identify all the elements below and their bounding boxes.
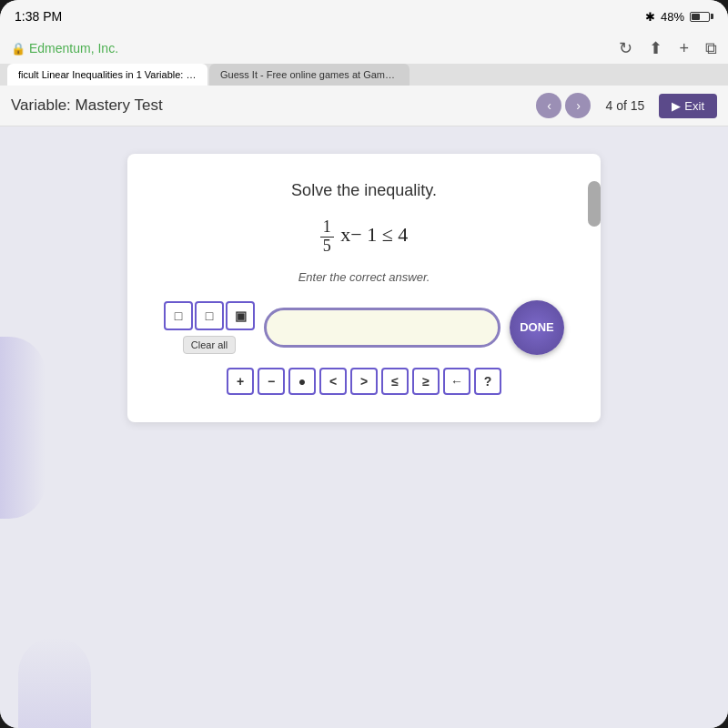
page-title: Variable: Mastery Test (11, 96, 163, 115)
battery-percent: 48% (661, 10, 684, 24)
status-bar: 1:38 PM ✱ 48% (0, 0, 728, 33)
add-tab-icon[interactable]: + (679, 39, 689, 58)
exit-button[interactable]: ▶ Exit (659, 94, 717, 118)
reload-icon[interactable]: ↻ (619, 38, 632, 58)
app-header: Variable: Mastery Test ‹ › 4 of 15 ▶ Exi… (0, 86, 728, 126)
math-key-lte[interactable]: ≤ (381, 368, 409, 395)
main-content: Solve the inequality. 1 5 x− 1 ≤ 4 Enter… (0, 126, 728, 728)
math-expression: 1 5 x− 1 ≤ 4 (164, 218, 564, 256)
math-key-lt[interactable]: < (319, 368, 347, 395)
symbol-btn-3[interactable]: ▣ (226, 301, 255, 330)
site-name: Edmentum, Inc. (29, 41, 118, 56)
tabs-icon[interactable]: ⧉ (705, 39, 717, 58)
nav-arrows[interactable]: ‹ › (536, 93, 591, 118)
tab-guess-it[interactable]: Guess It - Free online games at Gamesgam… (209, 64, 410, 86)
left-decoration (0, 337, 46, 519)
math-key-gte[interactable]: ≥ (412, 368, 440, 395)
browser-lock: 🔒 Edmentum, Inc. (11, 41, 118, 56)
math-key-help[interactable]: ? (474, 368, 501, 395)
tab-bar: ficult Linear Inequalities in 1 Variable… (0, 64, 728, 86)
prev-arrow[interactable]: ‹ (536, 93, 561, 118)
symbol-btn-2[interactable]: □ (195, 301, 224, 330)
question-prompt: Solve the inequality. (164, 181, 564, 200)
bluetooth-icon: ✱ (645, 10, 655, 24)
math-keyboard: + − ● < > ≤ ≥ ← ? (164, 368, 564, 395)
fraction: 1 5 (320, 218, 334, 256)
page-counter: 4 of 15 (598, 98, 652, 113)
battery-icon (690, 12, 713, 22)
answer-input[interactable] (264, 308, 500, 348)
browser-toolbar: 🔒 Edmentum, Inc. ↻ ⬆ + ⧉ (0, 33, 728, 64)
next-arrow[interactable]: › (565, 93, 591, 118)
tab-linear-inequalities[interactable]: ficult Linear Inequalities in 1 Variable… (7, 64, 207, 86)
expression-rest: x− 1 ≤ 4 (340, 223, 408, 246)
browser-nav-icons[interactable]: ↻ ⬆ + ⧉ (619, 38, 717, 58)
math-key-plus[interactable]: + (227, 368, 254, 395)
clear-all-button[interactable]: Clear all (183, 336, 236, 354)
scroll-thumb[interactable] (588, 181, 601, 227)
done-button[interactable]: DONE (510, 300, 564, 355)
instruction-text: Enter the correct answer. (164, 270, 564, 284)
fraction-numerator: 1 (320, 218, 334, 238)
question-card: Solve the inequality. 1 5 x− 1 ≤ 4 Enter… (127, 154, 601, 422)
share-icon[interactable]: ⬆ (649, 38, 662, 58)
exit-icon: ▶ (672, 99, 681, 113)
bottom-decoration (18, 637, 91, 728)
status-icons: ✱ 48% (645, 10, 713, 24)
lock-icon: 🔒 (11, 42, 25, 56)
fraction-denominator: 5 (320, 238, 334, 256)
math-key-gt[interactable]: > (350, 368, 378, 395)
symbol-btn-1[interactable]: □ (164, 301, 193, 330)
status-time: 1:38 PM (15, 9, 62, 24)
math-key-dot[interactable]: ● (288, 368, 316, 395)
math-key-backspace[interactable]: ← (443, 368, 470, 395)
math-key-minus[interactable]: − (258, 368, 285, 395)
symbol-buttons: □ □ ▣ (164, 301, 255, 330)
answer-area: □ □ ▣ Clear all DONE (164, 300, 564, 355)
